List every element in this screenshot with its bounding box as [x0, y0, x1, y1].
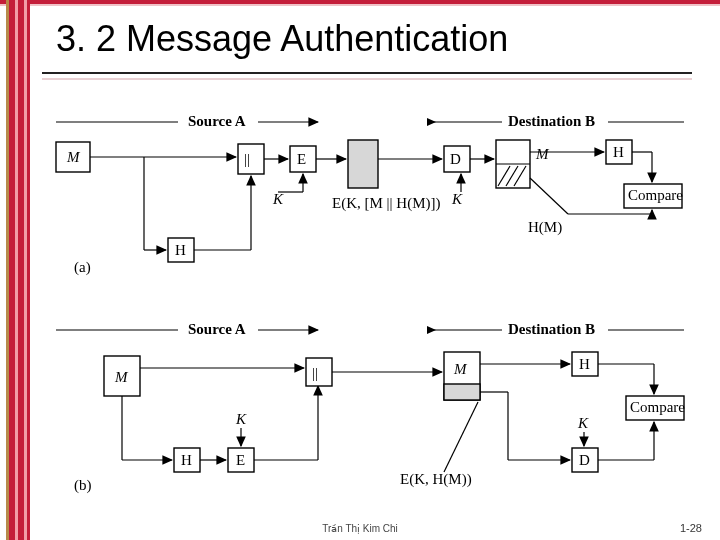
diagram-a-label: (a): [74, 259, 91, 276]
svg-rect-8: [238, 144, 264, 174]
box-d: D: [450, 151, 461, 167]
label-k-left: K: [272, 191, 284, 207]
svg-rect-14: [348, 140, 378, 188]
box-concat-b: ||: [312, 365, 318, 381]
label-dest-b: Destination B: [508, 113, 595, 129]
box-m-left-b: M: [114, 369, 129, 385]
svg-line-53: [444, 402, 478, 472]
box-compare: Compare: [628, 187, 683, 203]
label-source-a-b: Source A: [188, 321, 246, 337]
box-h-left-b: H: [181, 452, 192, 468]
box-concat: ||: [244, 151, 250, 167]
svg-line-29: [530, 178, 568, 214]
label-payload: E(K, [M || H(M)]): [332, 195, 440, 212]
label-payload-b: E(K, H(M)): [400, 471, 472, 488]
svg-rect-49: [306, 358, 332, 386]
box-m-right-b: M: [453, 361, 468, 377]
box-m-right: M: [535, 146, 550, 162]
svg-rect-52: [444, 384, 480, 400]
title-rule-dark: [42, 72, 692, 74]
label-source-a: Source A: [188, 113, 246, 129]
mid-rule-light: [0, 4, 720, 6]
title-rule-light: [42, 78, 692, 80]
box-e: E: [297, 151, 306, 167]
footer-page: 1-28: [680, 522, 702, 534]
label-hm: H(M): [528, 219, 562, 236]
box-h-right: H: [613, 144, 624, 160]
box-h-right-b: H: [579, 356, 590, 372]
label-dest-b-b: Destination B: [508, 321, 595, 337]
box-d-right-b: D: [579, 452, 590, 468]
slide-title: 3. 2 Message Authentication: [56, 18, 508, 60]
box-h-left: H: [175, 242, 186, 258]
diagram-b: Source A Destination B M H E K || M E(K,…: [48, 312, 692, 502]
diagram-b-label: (b): [74, 477, 92, 494]
label-k-left-b: K: [235, 411, 247, 427]
footer-author: Trần Thị Kim Chi: [0, 523, 720, 534]
box-e-left-b: E: [236, 452, 245, 468]
label-k-right-b: K: [577, 415, 589, 431]
box-m-left: M: [66, 149, 81, 165]
diagram-a: Source A Destination B M || E K E(K, [M …: [48, 104, 692, 284]
box-compare-b: Compare: [630, 399, 685, 415]
slide-accent-bar: [6, 0, 30, 540]
label-k-right: K: [451, 191, 463, 207]
